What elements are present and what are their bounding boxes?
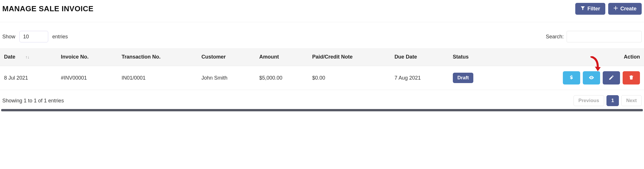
- prev-page-button[interactable]: Previous: [574, 95, 604, 106]
- cell-customer: John Smith: [198, 66, 255, 90]
- pay-button[interactable]: [563, 71, 580, 84]
- cell-action: [498, 66, 644, 90]
- cell-date: 8 Jul 2021: [0, 66, 57, 90]
- trash-icon: [628, 75, 634, 81]
- create-button[interactable]: Create: [608, 3, 642, 15]
- filter-button-label: Filter: [587, 6, 600, 12]
- table-header-row: Date ↑↓ Invoice No. Transaction No. Cust…: [0, 48, 644, 66]
- col-customer[interactable]: Customer: [198, 48, 255, 66]
- col-due-date[interactable]: Due Date: [390, 48, 449, 66]
- search-label: Search:: [546, 34, 564, 40]
- show-entries: Show entries: [2, 31, 68, 42]
- page-header: MANAGE SALE INVOICE Filter Create: [0, 0, 644, 22]
- table-row: 8 Jul 2021 #INV00001 IN01/0001 John Smit…: [0, 66, 644, 90]
- col-status[interactable]: Status: [449, 48, 498, 66]
- page-size-select[interactable]: [19, 31, 48, 42]
- invoice-table: Date ↑↓ Invoice No. Transaction No. Cust…: [0, 48, 644, 90]
- show-label: Show: [2, 34, 15, 40]
- dollar-icon: [569, 75, 574, 81]
- col-action: Action: [498, 48, 644, 66]
- status-badge: Draft: [453, 73, 474, 83]
- col-date[interactable]: Date ↑↓: [0, 48, 57, 66]
- search-input[interactable]: [567, 31, 642, 42]
- cell-invoice-no: #INV00001: [57, 66, 118, 90]
- cell-paid: $0.00: [308, 66, 390, 90]
- cell-transaction-no: IN01/0001: [118, 66, 197, 90]
- table-info: Showing 1 to 1 of 1 entries: [2, 98, 64, 104]
- col-invoice-no[interactable]: Invoice No.: [57, 48, 118, 66]
- cell-due-date: 7 Aug 2021: [390, 66, 449, 90]
- delete-button[interactable]: [623, 71, 640, 84]
- filter-button[interactable]: Filter: [575, 3, 605, 15]
- filter-icon: [580, 6, 585, 12]
- col-amount[interactable]: Amount: [255, 48, 308, 66]
- horizontal-scrollbar[interactable]: [1, 109, 643, 111]
- table-footer: Showing 1 to 1 of 1 entries Previous 1 N…: [0, 90, 644, 108]
- col-transaction-no[interactable]: Transaction No.: [118, 48, 197, 66]
- search-wrap: Search:: [546, 31, 642, 42]
- col-date-label: Date: [4, 54, 15, 60]
- page-1-button[interactable]: 1: [606, 95, 619, 106]
- page-title: MANAGE SALE INVOICE: [2, 4, 94, 13]
- cell-status: Draft: [449, 66, 498, 90]
- header-actions: Filter Create: [575, 3, 642, 15]
- next-page-button[interactable]: Next: [621, 95, 642, 106]
- col-paid[interactable]: Paid/Credit Note: [308, 48, 390, 66]
- controls-row: Show entries Search:: [0, 22, 644, 48]
- edit-button[interactable]: [603, 71, 620, 84]
- view-button[interactable]: [583, 71, 600, 84]
- plus-icon: [613, 6, 618, 12]
- pagination: Previous 1 Next: [574, 95, 642, 106]
- entries-label: entries: [52, 34, 68, 40]
- sort-icon: ↑↓: [25, 55, 29, 59]
- eye-icon: [589, 75, 594, 81]
- pencil-icon: [608, 75, 614, 81]
- create-button-label: Create: [620, 6, 636, 12]
- cell-amount: $5,000.00: [255, 66, 308, 90]
